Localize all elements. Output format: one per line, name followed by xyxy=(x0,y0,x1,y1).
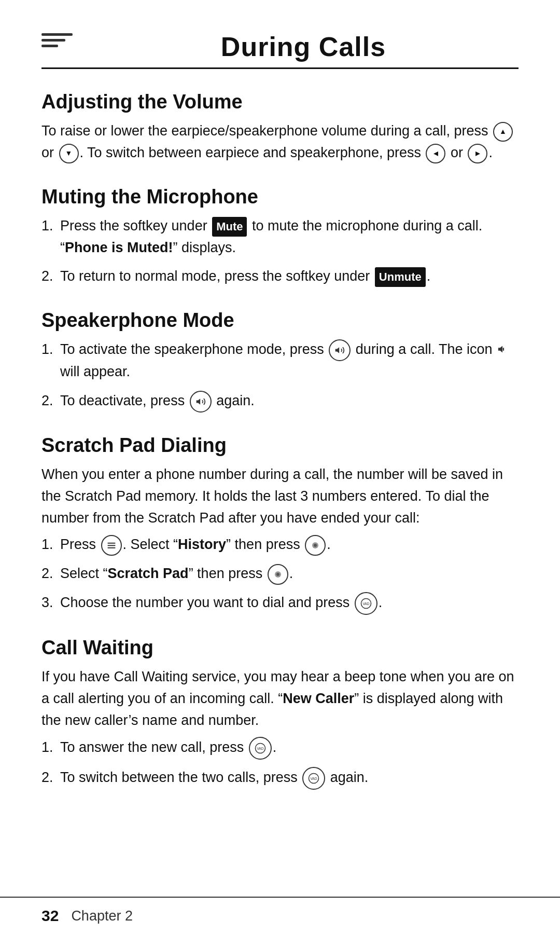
list-item: 1. To activate the speakerphone mode, pr… xyxy=(41,339,519,383)
chapter-label: Chapter 2 xyxy=(71,908,133,924)
section-title-speakerphone-mode: Speakerphone Mode xyxy=(41,309,519,332)
section-title-muting-microphone: Muting the Microphone xyxy=(41,186,519,208)
list-item: 1. Press . Select “History” then press xyxy=(41,534,519,556)
scratch-pad-label: Scratch Pad xyxy=(108,566,189,581)
list-item: 1. To answer the new call, press VAD . xyxy=(41,737,519,760)
svg-point-10 xyxy=(276,573,279,576)
adjusting-volume-body: To raise or lower the earpiece/speakerph… xyxy=(41,120,519,164)
speaker-deactivate-button-icon xyxy=(190,391,212,413)
list-content: Select “Scratch Pad” then press . xyxy=(60,563,519,585)
list-content: Press . Select “History” then press xyxy=(60,534,519,556)
earpiece-left-button-icon xyxy=(426,144,445,163)
mute-label: Mute xyxy=(212,217,247,237)
list-number: 1. xyxy=(41,737,60,759)
ok-button-2-icon xyxy=(268,564,288,585)
speakerphone-list: 1. To activate the speakerphone mode, pr… xyxy=(41,339,519,413)
call-waiting-list: 1. To answer the new call, press VAD . 2… xyxy=(41,737,519,790)
svg-text:VAD: VAD xyxy=(362,602,369,606)
vad-button-icon: VAD xyxy=(355,592,377,615)
list-item: 2. To switch between the two calls, pres… xyxy=(41,767,519,790)
svg-rect-6 xyxy=(107,547,115,548)
muting-list: 1. Press the softkey under Mute to mute … xyxy=(41,215,519,288)
list-number: 2. xyxy=(41,266,60,287)
section-adjusting-volume: Adjusting the Volume To raise or lower t… xyxy=(41,91,519,164)
menu-button-icon xyxy=(101,535,122,556)
section-scratch-pad-dialing: Scratch Pad Dialing When you enter a pho… xyxy=(41,434,519,615)
list-item: 2. To return to normal mode, press the s… xyxy=(41,266,519,287)
volume-down-button-icon xyxy=(59,144,79,163)
list-number: 1. xyxy=(41,534,60,556)
page-footer: 32 Chapter 2 xyxy=(0,897,560,934)
earpiece-right-button-icon xyxy=(468,144,487,163)
scratch-pad-body: When you enter a phone number during a c… xyxy=(41,464,519,529)
svg-text:VAD: VAD xyxy=(311,777,317,780)
svg-marker-0 xyxy=(335,347,340,353)
list-item: 1. Press the softkey under Mute to mute … xyxy=(41,215,519,259)
list-content: To switch between the two calls, press V… xyxy=(60,767,519,790)
speaker-button-icon xyxy=(329,339,351,361)
list-content: To return to normal mode, press the soft… xyxy=(60,266,519,287)
svg-text:VAD: VAD xyxy=(257,747,263,750)
scratch-pad-list: 1. Press . Select “History” then press xyxy=(41,534,519,615)
page-number: 32 xyxy=(41,907,59,925)
list-number: 1. xyxy=(41,215,60,237)
svg-marker-3 xyxy=(196,399,200,405)
section-speakerphone-mode: Speakerphone Mode 1. To activate the spe… xyxy=(41,309,519,413)
svg-point-8 xyxy=(314,544,317,547)
vad-switch-button-icon: VAD xyxy=(302,767,325,790)
list-number: 1. xyxy=(41,339,60,361)
list-item: 3. Choose the number you want to dial an… xyxy=(41,592,519,615)
section-call-waiting: Call Waiting If you have Call Waiting se… xyxy=(41,637,519,790)
list-content: Choose the number you want to dial and p… xyxy=(60,592,519,615)
list-number: 3. xyxy=(41,592,60,614)
list-content: To deactivate, press again. xyxy=(60,390,519,413)
volume-up-button-icon xyxy=(493,122,513,142)
list-content: Press the softkey under Mute to mute the… xyxy=(60,215,519,259)
list-content: To answer the new call, press VAD . xyxy=(60,737,519,760)
svg-rect-4 xyxy=(107,543,115,544)
call-waiting-body: If you have Call Waiting service, you ma… xyxy=(41,666,519,732)
svg-rect-5 xyxy=(107,545,115,546)
list-number: 2. xyxy=(41,767,60,789)
history-label: History xyxy=(178,537,226,552)
logo-line-2 xyxy=(41,39,65,42)
speaker-active-icon xyxy=(497,340,509,361)
svg-marker-1 xyxy=(498,346,502,353)
list-content: To activate the speakerphone mode, press… xyxy=(60,339,519,383)
page-title: During Calls xyxy=(88,31,519,62)
section-title-scratch-pad-dialing: Scratch Pad Dialing xyxy=(41,434,519,457)
page-header: During Calls xyxy=(41,31,519,69)
ok-button-icon xyxy=(305,535,326,556)
logo-line-1 xyxy=(41,33,73,36)
unmute-label: Unmute xyxy=(375,267,426,287)
vad-answer-button-icon: VAD xyxy=(249,737,272,760)
list-item: 2. To deactivate, press again. xyxy=(41,390,519,413)
logo-line-3 xyxy=(41,45,58,47)
list-number: 2. xyxy=(41,390,60,412)
section-title-call-waiting: Call Waiting xyxy=(41,637,519,659)
list-number: 2. xyxy=(41,563,60,585)
section-muting-microphone: Muting the Microphone 1. Press the softk… xyxy=(41,186,519,288)
page-content: During Calls Adjusting the Volume To rai… xyxy=(0,0,560,897)
muted-text: Phone is Muted! xyxy=(65,240,173,255)
section-title-adjusting-volume: Adjusting the Volume xyxy=(41,91,519,113)
new-caller-label: New Caller xyxy=(283,691,354,706)
logo xyxy=(41,33,73,47)
list-item: 2. Select “Scratch Pad” then press . xyxy=(41,563,519,585)
